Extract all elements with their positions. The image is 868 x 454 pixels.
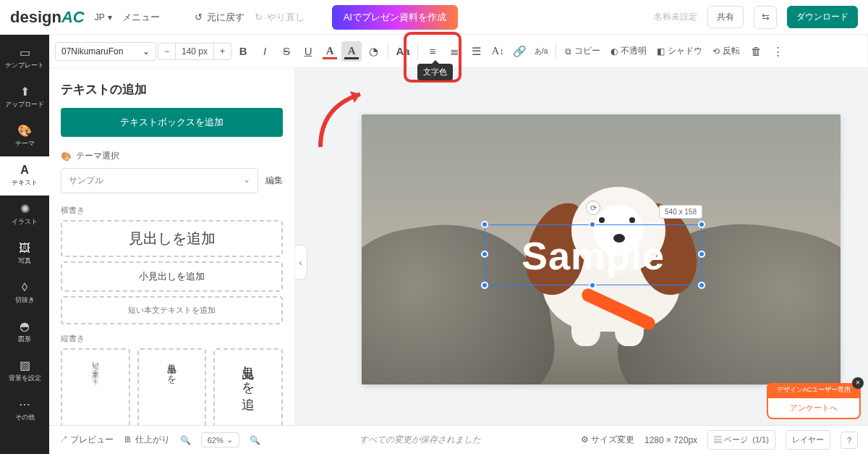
zoom-select[interactable]: 62% ⌄: [201, 432, 239, 447]
theme-section-label: 🎨テーマ選択: [61, 150, 283, 162]
chevron-down-icon: ▾: [108, 12, 112, 22]
bold-button[interactable]: B: [233, 41, 253, 62]
text-outline-color-button[interactable]: A: [320, 41, 340, 62]
template-icon: ▭: [20, 47, 30, 59]
page-button[interactable]: ▤ ページ (1/1): [707, 430, 775, 450]
shapes-icon: ◓: [20, 321, 30, 332]
underline-button[interactable]: U: [298, 41, 318, 62]
redo-button[interactable]: ↻やり直し: [255, 11, 305, 24]
resize-handle[interactable]: [698, 282, 705, 289]
copy-button[interactable]: ⧉コピー: [561, 41, 605, 62]
redo-icon: ↻: [255, 12, 263, 22]
spacing-button[interactable]: あ/a: [531, 41, 551, 62]
side-rail: ▭テンプレート ⬆アップロード 🎨テーマ Aテキスト ✺イラスト 🖼写真 ◊切抜…: [0, 35, 49, 454]
add-vertical-subheading-button[interactable]: 小見出しを: [137, 348, 207, 435]
flip-icon: ⟲: [712, 46, 720, 56]
align-left-button[interactable]: ≡: [422, 41, 443, 62]
panel-collapse-handle[interactable]: ‹: [295, 245, 307, 279]
resize-button[interactable]: ⚙ サイズ変更: [581, 434, 634, 446]
add-body-button[interactable]: 短い本文テキストを追加: [61, 296, 283, 324]
font-selector[interactable]: 07NikumaruFon⌄: [55, 42, 156, 61]
align-vertical-button[interactable]: ≣: [444, 41, 464, 62]
add-textbox-button[interactable]: テキストボックスを追加: [61, 108, 283, 137]
survey-close-button[interactable]: ×: [852, 377, 864, 389]
share-button[interactable]: 共有: [707, 6, 744, 28]
rail-shape[interactable]: ◓図形: [0, 313, 49, 352]
text-icon: A: [20, 164, 29, 176]
palette-icon: 🎨: [17, 125, 32, 137]
more-button[interactable]: ⋮: [767, 41, 788, 62]
decrease-button[interactable]: −: [158, 43, 175, 59]
list-button[interactable]: ☰: [466, 41, 486, 62]
language-selector[interactable]: JP ▾: [95, 12, 112, 22]
resize-handle[interactable]: [698, 251, 705, 258]
design-canvas[interactable]: ⟳ 540 x 158 Sample: [362, 114, 841, 384]
rail-background[interactable]: ▨背景を設定: [0, 352, 49, 391]
theme-select[interactable]: サンプル⌄: [61, 168, 258, 193]
chevron-down-icon: ⌄: [142, 46, 150, 56]
theme-edit-link[interactable]: 編集: [265, 175, 283, 187]
delete-button[interactable]: 🗑: [746, 41, 766, 62]
fill-button[interactable]: ◔: [363, 41, 383, 62]
save-status: すべての変更が保存されました: [271, 434, 571, 446]
preview-button[interactable]: ↗ プレビュー: [59, 434, 114, 446]
rail-other[interactable]: ⋯その他: [0, 391, 49, 430]
finish-button[interactable]: 🗎 仕上がり: [124, 434, 169, 446]
italic-button[interactable]: I: [255, 41, 275, 62]
image-icon: 🖼: [19, 243, 30, 254]
survey-header: デザインACユーザー専用: [767, 383, 861, 397]
dimension-badge: 540 x 158: [659, 205, 702, 219]
resize-handle[interactable]: [481, 282, 488, 289]
text-color-button[interactable]: A: [341, 41, 362, 62]
add-subheading-button[interactable]: 小見出しを追加: [61, 261, 283, 292]
rail-crop[interactable]: ◊切抜き: [0, 274, 49, 313]
font-size-value[interactable]: 140 px: [175, 43, 214, 59]
shadow-button[interactable]: ◧シャドウ: [652, 41, 707, 62]
rail-illust[interactable]: ✺イラスト: [0, 196, 49, 235]
zoom-in-button[interactable]: 🔍: [250, 435, 260, 445]
add-vertical-body-button[interactable]: 短い本文テキ: [61, 348, 130, 435]
shadow-icon: ◧: [657, 46, 665, 56]
resize-handle[interactable]: [589, 221, 596, 228]
rail-upload[interactable]: ⬆アップロード: [0, 78, 49, 117]
horizontal-label: 横書き: [61, 205, 283, 216]
bucket-icon: ◔: [369, 45, 378, 58]
upload-icon: ⬆: [20, 86, 30, 98]
logo[interactable]: designAC: [10, 8, 85, 27]
ai-presentation-button[interactable]: AIでプレゼン資料を作成: [332, 5, 458, 30]
font-size-stepper[interactable]: − 140 px +: [158, 43, 231, 60]
resize-handle[interactable]: [698, 221, 705, 228]
rail-text[interactable]: Aテキスト: [0, 156, 49, 196]
survey-button[interactable]: アンケートへ: [767, 397, 861, 419]
sample-photo[interactable]: ⟳ 540 x 158 Sample: [362, 114, 841, 384]
font-size-aa-button[interactable]: A↕: [488, 41, 508, 62]
rail-template[interactable]: ▭テンプレート: [0, 39, 49, 78]
rail-theme[interactable]: 🎨テーマ: [0, 117, 49, 156]
resize-handle[interactable]: [481, 221, 488, 228]
resize-handle[interactable]: [589, 282, 596, 289]
title-input[interactable]: 名称未設定: [654, 11, 697, 23]
sample-text[interactable]: Sample: [485, 225, 701, 286]
share-link-button[interactable]: ⇆: [754, 6, 777, 29]
add-heading-button[interactable]: 見出しを追加: [61, 220, 283, 257]
left-panel: 07NikumaruFon⌄ − 140 px + B I S U A A ◔ …: [49, 35, 295, 454]
resize-handle[interactable]: [481, 251, 488, 258]
increase-button[interactable]: +: [214, 43, 231, 59]
rotate-handle[interactable]: ⟳: [586, 201, 600, 215]
add-vertical-heading-button[interactable]: 見出しを追: [213, 348, 283, 435]
link-button[interactable]: 🔗: [509, 41, 529, 62]
text-transform-button[interactable]: Aa: [393, 41, 413, 62]
opacity-button[interactable]: ◐不透明: [606, 41, 651, 62]
flip-button[interactable]: ⟲反転: [708, 41, 744, 62]
zoom-out-button[interactable]: 🔍: [180, 435, 191, 445]
menu-button[interactable]: メニュー: [122, 11, 160, 24]
status-bar: ↗ プレビュー 🗎 仕上がり 🔍 62% ⌄ 🔍 すべての変更が保存されました …: [49, 425, 868, 454]
help-button[interactable]: ?: [841, 432, 858, 449]
undo-button[interactable]: ↺元に戻す: [195, 11, 244, 24]
text-selection-box[interactable]: ⟳ 540 x 158 Sample: [485, 224, 702, 285]
download-button[interactable]: ダウンロード: [787, 6, 858, 28]
strikethrough-button[interactable]: S: [276, 41, 297, 62]
layer-button[interactable]: レイヤー: [786, 430, 830, 450]
rail-photo[interactable]: 🖼写真: [0, 235, 49, 274]
kebab-icon: ⋮: [773, 45, 783, 58]
